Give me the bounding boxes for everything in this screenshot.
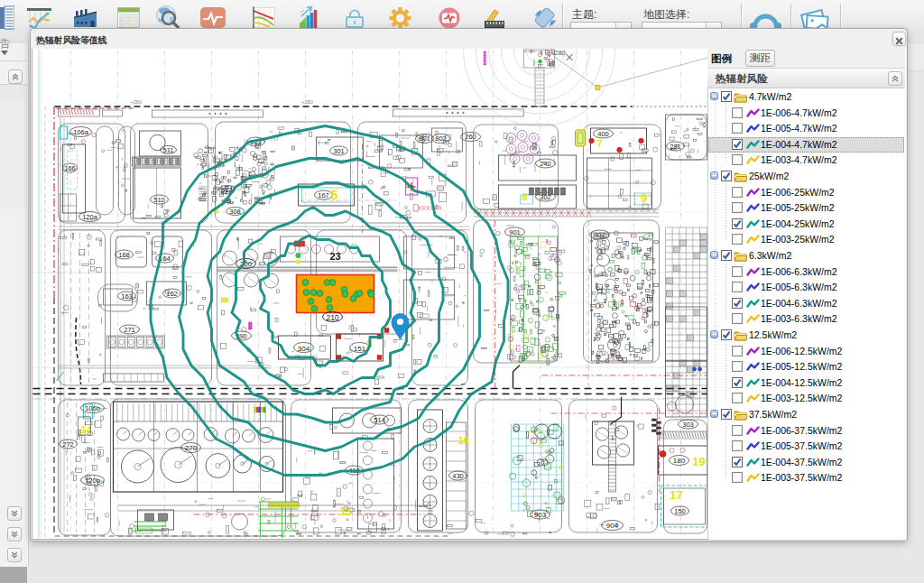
svg-text:150: 150 bbox=[674, 507, 686, 515]
svg-text:+280: +280 bbox=[130, 99, 141, 105]
svg-text:16: 16 bbox=[457, 435, 468, 446]
svg-text:270: 270 bbox=[184, 444, 197, 452]
svg-text:510: 510 bbox=[153, 196, 165, 204]
svg-text:272: 272 bbox=[62, 440, 74, 449]
svg-text:301: 301 bbox=[333, 147, 345, 155]
svg-text:511: 511 bbox=[162, 146, 173, 154]
svg-text:904: 904 bbox=[605, 522, 618, 530]
svg-text:168: 168 bbox=[118, 251, 130, 259]
svg-text:210: 210 bbox=[326, 313, 338, 322]
svg-text:5: 5 bbox=[330, 188, 337, 202]
svg-text:167: 167 bbox=[318, 191, 329, 199]
svg-text:514: 514 bbox=[374, 416, 385, 424]
svg-text:180: 180 bbox=[672, 457, 685, 465]
svg-text:280: 280 bbox=[554, 49, 566, 57]
svg-text:801: 801 bbox=[419, 134, 430, 143]
svg-text:303: 303 bbox=[682, 421, 694, 429]
svg-text:120b: 120b bbox=[85, 477, 100, 485]
svg-text:400: 400 bbox=[597, 130, 609, 138]
svg-text:19: 19 bbox=[692, 455, 705, 468]
svg-text:17: 17 bbox=[670, 488, 682, 502]
svg-text:8: 8 bbox=[522, 191, 527, 202]
svg-text:166: 166 bbox=[64, 164, 76, 172]
svg-text:260: 260 bbox=[465, 133, 476, 141]
svg-text:903: 903 bbox=[533, 511, 546, 519]
svg-text:304: 304 bbox=[297, 345, 310, 353]
svg-text:901: 901 bbox=[509, 228, 521, 236]
svg-text:7: 7 bbox=[596, 139, 602, 149]
svg-text:271: 271 bbox=[124, 326, 135, 334]
svg-text:240: 240 bbox=[540, 160, 551, 168]
svg-text:430: 430 bbox=[452, 472, 464, 480]
svg-text:308: 308 bbox=[229, 208, 241, 216]
svg-text:106a: 106a bbox=[73, 128, 89, 136]
svg-text:281: 281 bbox=[670, 143, 681, 151]
svg-text:120a: 120a bbox=[82, 213, 98, 221]
svg-text:151: 151 bbox=[353, 345, 365, 353]
svg-text:+280: +280 bbox=[301, 99, 312, 105]
svg-text:23: 23 bbox=[329, 251, 340, 262]
svg-text:163: 163 bbox=[121, 292, 133, 301]
